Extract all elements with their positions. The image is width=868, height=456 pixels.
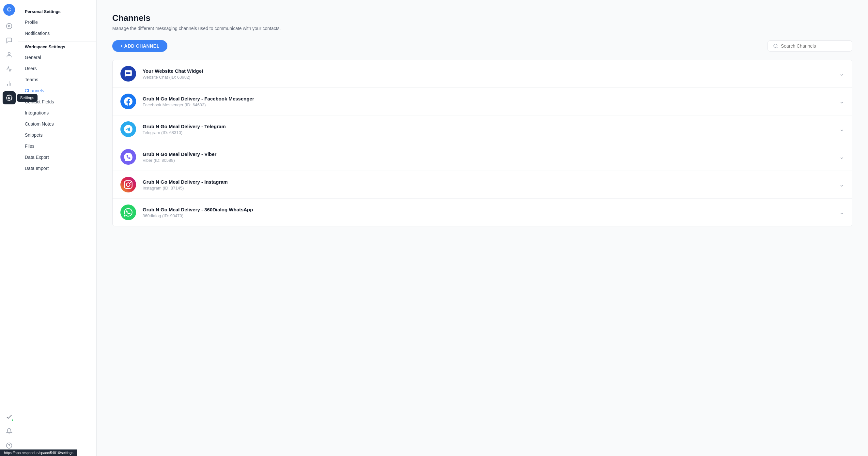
channel-sub: Telegram (ID: 68310) <box>143 130 839 135</box>
toolbar: + ADD CHANNEL <box>112 40 852 52</box>
svg-point-2 <box>8 53 10 55</box>
chevron-down-icon: ⌄ <box>839 153 844 161</box>
settings-nav[interactable]: Settings <box>3 91 16 104</box>
broadcasts-nav[interactable] <box>3 63 16 76</box>
channel-icon-whatsapp <box>120 204 136 220</box>
channel-info: Grub N Go Meal Delivery - Instagram Inst… <box>143 179 839 191</box>
channel-icon-facebook <box>120 94 136 109</box>
svg-line-10 <box>777 47 778 48</box>
svg-point-9 <box>774 44 777 47</box>
chevron-down-icon: ⌄ <box>839 98 844 105</box>
svg-point-0 <box>6 24 12 29</box>
channel-name: Grub N Go Meal Delivery - Instagram <box>143 179 839 185</box>
channel-item[interactable]: Grub N Go Meal Delivery - Instagram Inst… <box>113 171 852 199</box>
channel-item[interactable]: Grub N Go Meal Delivery - Telegram Teleg… <box>113 116 852 143</box>
icon-bar-bottom <box>3 410 16 452</box>
channel-name: Grub N Go Meal Delivery - Facebook Messe… <box>143 96 839 101</box>
sidebar-item-data-export[interactable]: Data Export <box>18 152 96 163</box>
sidebar-item-integrations[interactable]: Integrations <box>18 107 96 119</box>
sidebar-item-files[interactable]: Files <box>18 140 96 152</box>
channel-name: Grub N Go Meal Delivery - Viber <box>143 151 839 157</box>
channel-icon-telegram <box>120 121 136 137</box>
url-bar: https://app.respond.io/space/54816/setti… <box>0 450 78 456</box>
channel-icon-viber <box>120 149 136 165</box>
notifications-nav[interactable] <box>3 425 16 438</box>
avatar[interactable]: C <box>3 4 15 15</box>
channel-sub: Website Chat (ID: 63982) <box>143 75 839 79</box>
sidebar-item-channels[interactable]: Channels <box>18 85 96 96</box>
integrations-nav[interactable] <box>3 410 16 423</box>
personal-settings-title: Personal Settings <box>18 9 96 17</box>
channel-name: Grub N Go Meal Delivery - 360Dialog What… <box>143 207 839 213</box>
sidebar-item-teams[interactable]: Teams <box>18 74 96 85</box>
channel-sub: Viber (ID: 80588) <box>143 158 839 163</box>
channel-icon-instagram <box>120 177 136 192</box>
channel-info: Grub N Go Meal Delivery - Facebook Messe… <box>143 96 839 107</box>
sidebar-item-data-import[interactable]: Data Import <box>18 163 96 174</box>
reports-nav[interactable] <box>3 77 16 90</box>
workspace-settings-title: Workspace Settings <box>18 44 96 52</box>
channel-info: Grub N Go Meal Delivery - Viber Viber (I… <box>143 151 839 163</box>
search-input[interactable] <box>781 43 847 48</box>
sidebar-item-notifications[interactable]: Notifications <box>18 28 96 39</box>
dashboard-nav[interactable] <box>3 20 16 33</box>
conversations-nav[interactable] <box>3 34 16 47</box>
search-box <box>768 40 852 52</box>
channel-item[interactable]: Grub N Go Meal Delivery - 360Dialog What… <box>113 199 852 226</box>
channel-info: Grub N Go Meal Delivery - Telegram Teleg… <box>143 124 839 135</box>
channel-sub: Facebook Messenger (ID: 64603) <box>143 102 839 107</box>
page-title: Channels <box>112 13 852 23</box>
sidebar-item-users[interactable]: Users <box>18 63 96 74</box>
channel-list: Your Website Chat Widget Website Chat (I… <box>112 60 852 226</box>
contacts-nav[interactable] <box>3 48 16 61</box>
sidebar-item-contact-fields[interactable]: Contact Fields <box>18 96 96 107</box>
channel-name: Your Website Chat Widget <box>143 68 839 74</box>
badge-dot <box>11 419 14 421</box>
svg-point-6 <box>8 97 10 99</box>
chevron-down-icon: ⌄ <box>839 70 844 77</box>
icon-bar: C Settings <box>0 0 18 456</box>
chevron-down-icon: ⌄ <box>839 126 844 133</box>
sidebar-divider <box>18 41 96 42</box>
sidebar: Personal Settings Profile Notifications … <box>18 0 97 456</box>
add-channel-button[interactable]: + ADD CHANNEL <box>112 40 167 52</box>
channel-name: Grub N Go Meal Delivery - Telegram <box>143 124 839 129</box>
channel-info: Grub N Go Meal Delivery - 360Dialog What… <box>143 207 839 218</box>
sidebar-item-profile[interactable]: Profile <box>18 17 96 28</box>
svg-point-1 <box>8 26 10 27</box>
channel-sub: Instagram (ID: 87145) <box>143 186 839 191</box>
channel-icon-webchat <box>120 66 136 82</box>
sidebar-item-snippets[interactable]: Snippets <box>18 130 96 140</box>
channel-item[interactable]: Your Website Chat Widget Website Chat (I… <box>113 60 852 88</box>
sidebar-item-custom-notes[interactable]: Custom Notes <box>18 119 96 130</box>
channel-item[interactable]: Grub N Go Meal Delivery - Facebook Messe… <box>113 88 852 116</box>
chevron-down-icon: ⌄ <box>839 181 844 188</box>
channel-info: Your Website Chat Widget Website Chat (I… <box>143 68 839 79</box>
channel-item[interactable]: Grub N Go Meal Delivery - Viber Viber (I… <box>113 143 852 171</box>
sidebar-item-general[interactable]: General <box>18 52 96 63</box>
page-subtitle: Manage the different messaging channels … <box>112 26 852 31</box>
channel-sub: 360dialog (ID: 90470) <box>143 213 839 218</box>
search-icon <box>773 43 778 48</box>
main-content: Channels Manage the different messaging … <box>97 0 868 456</box>
chevron-down-icon: ⌄ <box>839 209 844 216</box>
